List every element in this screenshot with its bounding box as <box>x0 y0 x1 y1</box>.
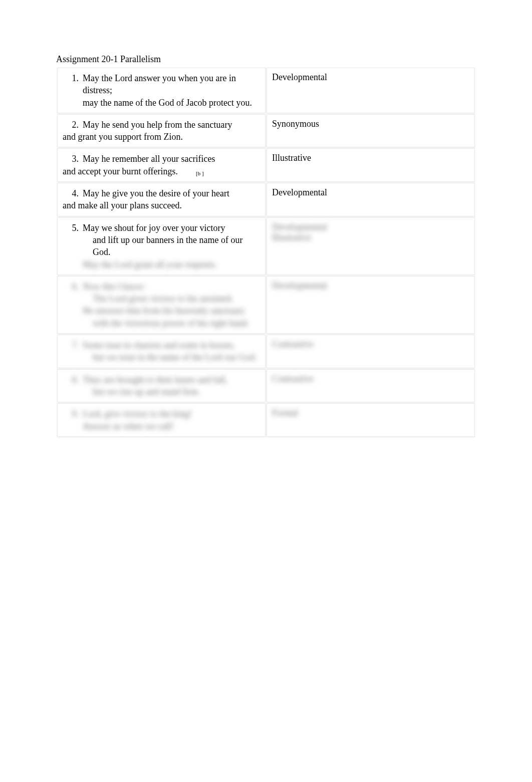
verse-cell: 8.They are brought to their knees and fa… <box>57 369 265 403</box>
verse-number: 4. <box>63 187 83 199</box>
type-cell: Illustrative <box>267 148 475 182</box>
verse-cell: 3.May he remember all your sacrificesand… <box>57 148 265 182</box>
verse-line: but we trust in the name of the Lord our… <box>83 351 260 363</box>
verse-cell: 5.May we shout for joy over your victory… <box>57 217 265 275</box>
verse-line: May the Lord grant all your requests. <box>83 258 260 271</box>
verse-cell: 4.May he give you the desire of your hea… <box>57 183 265 216</box>
verse-body: May he send you help from the sanctuary <box>83 119 260 131</box>
verse-line: and grant you support from Zion. <box>63 131 260 143</box>
type-cell: Synonymous <box>267 114 475 148</box>
verse-cell: 2.May he send you help from the sanctuar… <box>57 114 265 148</box>
parallelism-table: 1.May the Lord answer you when you are i… <box>56 67 476 438</box>
verse-number: 3. <box>63 153 83 165</box>
verse-line: May we shout for joy over your victory <box>83 222 260 234</box>
verse-number: 9. <box>63 408 83 432</box>
table-row: 9.Lord, give victory to the king!Answer … <box>57 403 475 437</box>
verse-body: Lord, give victory to the king!Answer us… <box>83 408 260 432</box>
verse-line: May he remember all your sacrifices <box>83 153 260 165</box>
parallelism-type: Developmental <box>272 281 327 291</box>
verse-line: and lift up our banners in the name of o… <box>83 234 260 258</box>
parallelism-type: Synonymous <box>272 119 319 129</box>
table-row: 6.Now this I know:The Lord gives victory… <box>57 276 475 334</box>
verse-cell: 6.Now this I know:The Lord gives victory… <box>57 276 265 334</box>
verse-line: but we rise up and stand firm. <box>83 386 260 398</box>
verse-line: and make all your plans succeed. <box>63 199 260 211</box>
table-row: 4.May he give you the desire of your hea… <box>57 183 475 216</box>
verse-line: May he send you help from the sanctuary <box>83 119 260 131</box>
parallelism-type: Illustrative <box>272 153 311 163</box>
type-cell: Developmental <box>267 68 475 113</box>
verse-number: 1. <box>63 72 83 109</box>
verse-body: May he give you the desire of your heart <box>83 187 260 199</box>
parallelism-type: Formal <box>272 408 298 418</box>
verse-line: and accept your burnt offerings.[b ] <box>63 165 260 177</box>
verse-line: May the Lord answer you when you are in … <box>83 72 260 97</box>
verse-body: They are brought to their knees and fall… <box>83 374 260 398</box>
parallelism-type: Developmental <box>272 187 327 197</box>
verse-line: Lord, give victory to the king! <box>83 408 260 420</box>
table-row: 5.May we shout for joy over your victory… <box>57 217 475 275</box>
table-row: 2.May he send you help from the sanctuar… <box>57 114 475 148</box>
type-cell: Formal <box>267 403 475 437</box>
verse-line: He answers him from his heavenly sanctua… <box>83 305 260 317</box>
parallelism-type: Contrastive <box>272 339 314 349</box>
verse-number: 5. <box>63 222 83 271</box>
verse-body: May he remember all your sacrifices <box>83 153 260 165</box>
verse-cell: 1.May the Lord answer you when you are i… <box>57 68 265 113</box>
verse-line: Answer us when we call! <box>83 420 260 432</box>
verse-line: with the victorious power of his right h… <box>83 317 260 329</box>
verse-cell: 7.Some trust in chariots and some in hor… <box>57 335 265 368</box>
verse-cell: 9.Lord, give victory to the king!Answer … <box>57 403 265 437</box>
verse-line: The Lord gives victory to his anointed. <box>83 293 260 305</box>
verse-number: 6. <box>63 281 83 329</box>
parallelism-type: Developmental <box>272 72 327 82</box>
table-row: 3.May he remember all your sacrificesand… <box>57 148 475 182</box>
verse-line: Now this I know: <box>83 281 260 293</box>
verse-body: May we shout for joy over your victoryan… <box>83 222 260 271</box>
parallelism-type: Contrastive <box>272 374 314 384</box>
footnote-marker: [b ] <box>178 170 204 177</box>
verse-line: may the name of the God of Jacob protect… <box>83 97 260 109</box>
verse-number: 8. <box>63 374 83 398</box>
type-cell: Developmental <box>267 276 475 334</box>
verse-body: Some trust in chariots and some in horse… <box>83 339 260 364</box>
page-title: Assignment 20-1 Parallelism <box>56 54 476 65</box>
type-cell: Developmental <box>267 183 475 216</box>
table-row: 8.They are brought to their knees and fa… <box>57 369 475 403</box>
type-cell: Developmental Illustrative <box>267 217 475 275</box>
table-row: 7.Some trust in chariots and some in hor… <box>57 335 475 368</box>
verse-line: Some trust in chariots and some in horse… <box>83 339 260 351</box>
table-row: 1.May the Lord answer you when you are i… <box>57 68 475 113</box>
verse-number: 2. <box>63 119 83 131</box>
verse-number: 7. <box>63 339 83 364</box>
type-cell: Contrastive <box>267 335 475 368</box>
verse-line: They are brought to their knees and fall… <box>83 374 260 386</box>
verse-body: Now this I know:The Lord gives victory t… <box>83 281 260 329</box>
parallelism-type: Developmental Illustrative <box>272 222 327 242</box>
type-cell: Contrastive <box>267 369 475 403</box>
verse-line: May he give you the desire of your heart <box>83 187 260 199</box>
verse-body: May the Lord answer you when you are in … <box>83 72 260 109</box>
